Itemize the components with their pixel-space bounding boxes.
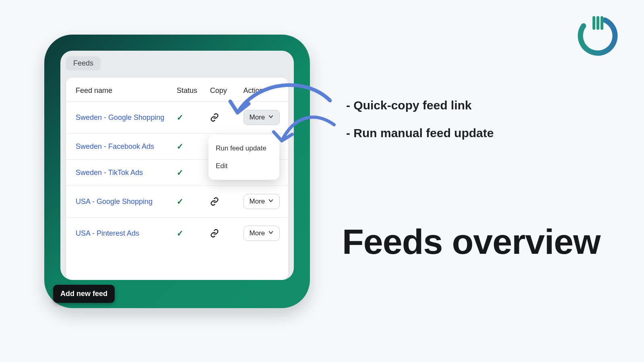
status-ok-icon: ✓ [177,197,184,206]
svg-rect-0 [592,16,595,30]
col-feed-name: Feed name [66,78,173,102]
note-quick-copy: - Quick-copy feed link [346,97,494,114]
col-copy: Copy [206,78,239,102]
more-button-label: More [250,229,265,237]
copy-link-icon[interactable] [210,229,235,238]
chevron-down-icon [268,229,274,237]
svg-rect-2 [601,16,603,30]
dropdown-edit[interactable]: Edit [208,157,279,175]
table-row: USA - Pinterest Ads✓More [66,218,288,249]
status-ok-icon: ✓ [177,229,184,238]
copy-link-icon[interactable] [210,113,235,122]
feeds-card: Feed name Status Copy Action Sweden - Go… [66,78,288,280]
feed-name-link[interactable]: Sweden - Google Shopping [76,113,164,121]
col-action: Action [239,78,288,102]
feeds-app: Feeds Feed name Status Copy Action Swede… [60,51,294,280]
feed-name-link[interactable]: Sweden - TikTok Ads [76,169,143,177]
brand-logo [576,14,620,58]
more-button[interactable]: More [244,110,280,125]
table-row: USA - Google Shopping✓More [66,186,288,218]
tabs-row: Feeds [60,51,294,73]
device-frame: Feeds Feed name Status Copy Action Swede… [44,35,310,308]
col-status: Status [173,78,206,102]
add-new-feed-button[interactable]: Add new feed [53,285,115,303]
feed-name-link[interactable]: Sweden - Facebook Ads [76,142,154,150]
more-button-label: More [250,197,265,206]
more-button[interactable]: More [244,226,280,241]
copy-link-icon[interactable] [210,197,235,206]
chevron-down-icon [268,197,274,206]
more-button-label: More [250,113,265,121]
more-dropdown: Run feed update Edit [208,135,279,180]
svg-rect-1 [597,16,599,30]
chevron-down-icon [268,113,274,121]
status-ok-icon: ✓ [177,113,184,122]
note-run-update: - Run manual feed update [346,125,494,142]
page-title: Feeds overview [342,221,600,262]
status-ok-icon: ✓ [177,142,184,151]
status-ok-icon: ✓ [177,168,184,177]
tab-feeds[interactable]: Feeds [66,56,101,70]
more-button[interactable]: More [244,194,280,209]
dropdown-run-feed-update[interactable]: Run feed update [208,140,279,157]
table-row: Sweden - Google Shopping✓More [66,102,288,134]
feed-name-link[interactable]: USA - Pinterest Ads [76,229,139,237]
feed-name-link[interactable]: USA - Google Shopping [76,197,153,206]
annotation-notes: - Quick-copy feed link - Run manual feed… [346,97,494,152]
